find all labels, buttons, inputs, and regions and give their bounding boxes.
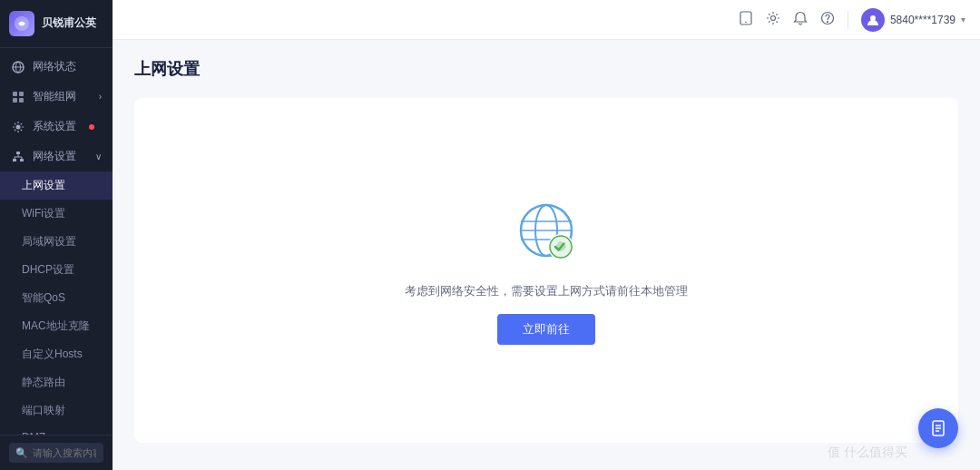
dot-indicator — [89, 124, 94, 130]
sidebar-subitem-lan-settings[interactable]: 局域网设置 — [0, 228, 113, 256]
network-settings-icon — [11, 150, 25, 164]
svg-rect-7 — [16, 152, 20, 154]
page-title: 上网设置 — [134, 58, 958, 80]
watermark: 值 什么值得买 — [828, 445, 907, 461]
sidebar-item-smart-group[interactable]: 智能组网 › — [0, 82, 113, 112]
sidebar-subitem-port-mapping[interactable]: 端口映射 — [0, 397, 113, 425]
svg-point-6 — [16, 124, 21, 129]
sidebar-subitem-wifi-settings[interactable]: WiFi设置 — [0, 200, 113, 228]
info-text: 考虑到网络安全性，需要设置上网方式请前往本地管理 — [405, 283, 688, 299]
sidebar: 贝锐甫公英 网络状态 智能组网 › — [0, 0, 113, 470]
sidebar-subitem-dhcp-settings[interactable]: DHCP设置 — [0, 256, 113, 284]
topbar-divider — [848, 11, 848, 29]
nav-menu: 网络状态 智能组网 › 系统设置 — [0, 48, 113, 435]
center-content: 考虑到网络安全性，需要设置上网方式请前往本地管理 立即前往 — [405, 196, 688, 345]
chevron-down-icon: ∨ — [95, 152, 102, 162]
sidebar-subitem-smart-qos[interactable]: 智能QoS — [0, 284, 113, 312]
tablet-icon[interactable] — [739, 11, 753, 29]
sidebar-sublabel-mac-clone: MAC地址克隆 — [22, 318, 90, 334]
globe-icon — [510, 196, 583, 269]
content-card: 考虑到网络安全性，需要设置上网方式请前往本地管理 立即前往 — [134, 98, 958, 443]
chevron-right-icon: › — [99, 92, 102, 102]
content-area: 上网设置 — [113, 40, 980, 470]
sidebar-sublabel-internet-settings: 上网设置 — [22, 178, 65, 193]
user-avatar — [861, 8, 885, 32]
sidebar-subitem-internet-settings[interactable]: 上网设置 — [0, 171, 113, 200]
svg-rect-2 — [13, 92, 17, 96]
sidebar-item-system-settings[interactable]: 系统设置 — [0, 112, 113, 142]
bell-icon[interactable] — [793, 11, 808, 29]
sidebar-search: 🔍 — [0, 435, 113, 470]
sidebar-sublabel-dhcp-settings: DHCP设置 — [22, 262, 74, 278]
svg-point-20 — [745, 21, 747, 23]
sidebar-subitem-mac-clone[interactable]: MAC地址克隆 — [0, 312, 113, 340]
network-status-icon — [11, 60, 25, 74]
search-wrapper: 🔍 — [9, 443, 103, 463]
help-icon[interactable] — [820, 11, 835, 29]
sidebar-sublabel-lan-settings: 局域网设置 — [22, 234, 76, 250]
search-icon: 🔍 — [15, 447, 28, 459]
user-chevron-icon: ▾ — [961, 15, 965, 24]
sidebar-label-smart-group: 智能组网 — [33, 89, 76, 104]
svg-point-23 — [827, 21, 828, 22]
sidebar-item-network-status[interactable]: 网络状态 — [0, 52, 113, 82]
svg-rect-9 — [20, 159, 24, 162]
settings-icon[interactable] — [766, 11, 780, 29]
float-button[interactable] — [918, 408, 958, 448]
svg-rect-4 — [13, 98, 17, 103]
svg-rect-3 — [19, 92, 24, 96]
sidebar-subitem-dmz[interactable]: DMZ — [0, 425, 113, 435]
svg-rect-5 — [19, 98, 24, 103]
svg-rect-8 — [13, 159, 16, 162]
sidebar-sublabel-wifi-settings: WiFi设置 — [22, 206, 65, 221]
go-button[interactable]: 立即前往 — [497, 314, 595, 345]
logo-text: 贝锐甫公英 — [42, 16, 96, 31]
sidebar-sublabel-smart-qos: 智能QoS — [22, 290, 65, 306]
sidebar-item-network-settings[interactable]: 网络设置 ∨ — [0, 142, 113, 171]
sidebar-subitem-static-routing[interactable]: 静态路由 — [0, 368, 113, 397]
smart-group-icon — [11, 90, 25, 104]
sidebar-subitem-custom-hosts[interactable]: 自定义Hosts — [0, 340, 113, 368]
logo-area: 贝锐甫公英 — [0, 0, 113, 48]
sidebar-sublabel-port-mapping: 端口映射 — [22, 403, 65, 418]
sidebar-label-network-status: 网络状态 — [33, 59, 76, 74]
sidebar-sublabel-custom-hosts: 自定义Hosts — [22, 347, 83, 362]
sidebar-label-system-settings: 系统设置 — [33, 119, 76, 134]
main-area: 5840****1739 ▾ 上网设置 — [113, 0, 980, 470]
svg-point-21 — [770, 15, 775, 20]
logo-icon — [9, 11, 34, 36]
user-badge[interactable]: 5840****1739 ▾ — [861, 8, 965, 32]
user-id-text: 5840****1739 — [890, 14, 956, 26]
sidebar-label-network-settings: 网络设置 — [33, 149, 76, 164]
top-bar: 5840****1739 ▾ — [113, 0, 980, 40]
system-settings-icon — [11, 120, 25, 134]
sidebar-sublabel-static-routing: 静态路由 — [22, 375, 65, 390]
